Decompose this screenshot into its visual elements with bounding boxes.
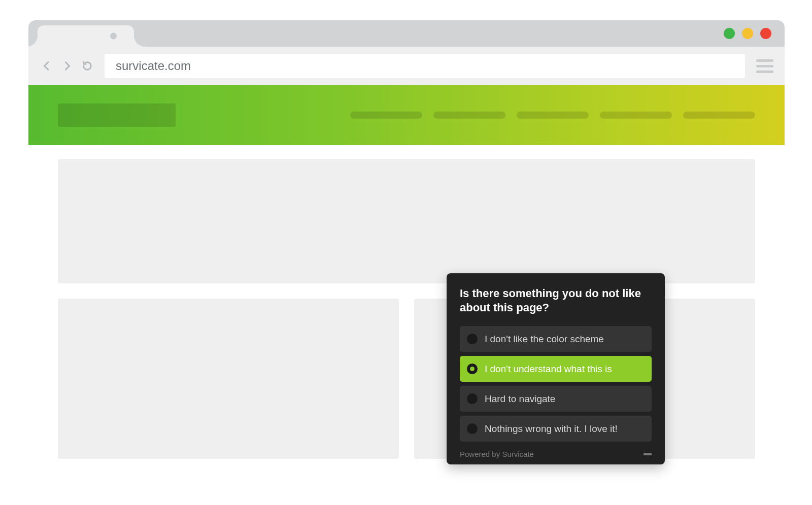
minimize-icon[interactable]: [644, 453, 652, 455]
page-viewport: [28, 85, 785, 473]
hero-placeholder: [58, 159, 755, 283]
survey-option[interactable]: I don't like the color scheme: [460, 326, 652, 352]
forward-button[interactable]: [58, 57, 76, 75]
radio-icon: [467, 423, 478, 434]
radio-icon: [467, 334, 478, 344]
survey-options: I don't like the color scheme I don't un…: [460, 326, 652, 442]
nav-placeholder-group: [350, 112, 755, 119]
radio-icon: [467, 393, 478, 404]
survey-footer: Powered by Survicate: [460, 450, 652, 458]
nav-item-placeholder: [350, 112, 422, 119]
site-header: [28, 85, 785, 145]
chevron-right-icon: [61, 60, 73, 71]
browser-window: survicate.com: [28, 20, 785, 473]
survey-widget: Is there something you do not like about…: [447, 273, 665, 464]
url-text: survicate.com: [116, 59, 191, 73]
hamburger-icon: [756, 59, 773, 62]
address-bar[interactable]: survicate.com: [105, 54, 745, 78]
logo-placeholder: [58, 103, 176, 127]
survey-option[interactable]: Hard to navigate: [460, 386, 652, 412]
window-maximize-icon[interactable]: [742, 28, 753, 39]
powered-by-text[interactable]: Powered by Survicate: [460, 450, 534, 458]
survey-option[interactable]: I don't understand what this is: [460, 356, 652, 382]
reload-button[interactable]: [78, 57, 96, 75]
nav-item-placeholder: [517, 112, 589, 119]
nav-item-placeholder: [683, 112, 755, 119]
card-placeholder: [58, 299, 399, 459]
page-content: [28, 145, 785, 473]
window-close-icon[interactable]: [760, 28, 771, 39]
reload-icon: [82, 60, 93, 71]
chevron-left-icon: [41, 60, 52, 71]
back-button[interactable]: [38, 57, 56, 75]
survey-option-label: Hard to navigate: [485, 393, 555, 405]
survey-option[interactable]: Nothings wrong with it. I love it!: [460, 416, 652, 442]
survey-option-label: I don't like the color scheme: [485, 334, 604, 345]
nav-item-placeholder: [433, 112, 505, 119]
radio-icon: [467, 364, 478, 374]
nav-item-placeholder: [600, 112, 672, 119]
browser-tab[interactable]: [38, 25, 134, 47]
menu-button[interactable]: [756, 59, 773, 73]
window-controls: [724, 28, 771, 39]
tab-close-icon[interactable]: [110, 33, 117, 40]
browser-toolbar: survicate.com: [28, 47, 785, 85]
survey-option-label: Nothings wrong with it. I love it!: [485, 423, 618, 435]
survey-option-label: I don't understand what this is: [485, 364, 612, 375]
tab-bar: [28, 20, 785, 47]
window-minimize-icon[interactable]: [724, 28, 735, 39]
survey-question: Is there something you do not like about…: [460, 286, 652, 315]
